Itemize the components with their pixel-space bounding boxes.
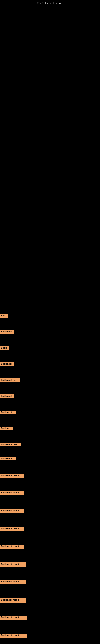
bottleneck-result-item[interactable]: Bottleneck result — [0, 491, 24, 496]
bottleneck-result-item[interactable]: Bottleneck — [0, 362, 14, 366]
bottleneck-result-item[interactable]: Bottleneck r — [0, 457, 16, 460]
bottleneck-result-item[interactable]: Bottleneck result — [0, 634, 27, 638]
bottleneck-result-item[interactable]: Bottleneck result — [0, 509, 24, 514]
bottleneck-result-item[interactable]: Bottleneck result — [0, 598, 26, 602]
bottleneck-result-item[interactable]: Bottleneck result — [0, 562, 26, 567]
site-title: TheBottlenecker.com — [37, 2, 63, 5]
bottleneck-result-item[interactable]: Bottleneck r — [0, 410, 16, 414]
bottleneck-result-item[interactable]: Bottleneck resu — [0, 443, 21, 446]
bottleneck-result-item[interactable]: Bottleneck res — [0, 378, 20, 382]
bottleneck-result-item[interactable]: Bottleneck — [0, 330, 14, 334]
bottleneck-result-item[interactable]: Bottleneck result — [0, 580, 26, 584]
bottleneck-result-item[interactable]: Bottleneck result — [0, 544, 24, 549]
bottleneck-result-item[interactable]: Bottlenec — [0, 427, 13, 430]
bottleneck-result-item[interactable]: Bottle — [0, 346, 9, 350]
bottleneck-result-item[interactable]: Bottleneck result — [0, 527, 24, 531]
bottleneck-result-item[interactable]: Bottleneck result — [0, 616, 27, 620]
bottleneck-result-item[interactable]: Bott — [0, 314, 8, 318]
bottleneck-result-item[interactable]: Bottleneck — [0, 394, 14, 398]
bottleneck-result-item[interactable]: Bottleneck result — [0, 474, 24, 478]
